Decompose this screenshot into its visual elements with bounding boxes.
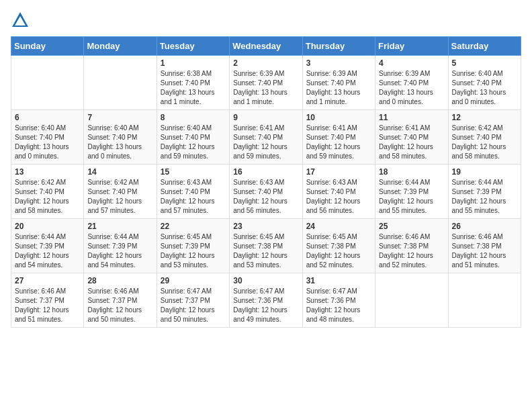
day-number: 8 [161,113,226,122]
day-info: Sunrise: 6:41 AM Sunset: 7:40 PM Dayligh… [233,124,298,161]
day-number: 21 [87,222,152,231]
calendar-cell: 30Sunrise: 6:47 AM Sunset: 7:36 PM Dayli… [230,273,302,328]
logo [11,11,32,30]
day-info: Sunrise: 6:46 AM Sunset: 7:38 PM Dayligh… [452,232,517,270]
calendar-cell: 15Sunrise: 6:43 AM Sunset: 7:40 PM Dayli… [157,165,229,219]
calendar-cell: 8Sunrise: 6:40 AM Sunset: 7:40 PM Daylig… [157,110,229,165]
day-number: 10 [306,113,371,122]
day-number: 26 [452,222,517,231]
day-info: Sunrise: 6:44 AM Sunset: 7:39 PM Dayligh… [87,232,152,270]
day-number: 2 [233,58,298,68]
weekday-header-thursday: Thursday [302,37,375,56]
logo-icon [11,11,30,30]
day-info: Sunrise: 6:44 AM Sunset: 7:39 PM Dayligh… [15,232,80,270]
calendar-cell: 26Sunrise: 6:46 AM Sunset: 7:38 PM Dayli… [448,219,521,273]
calendar-cell: 28Sunrise: 6:46 AM Sunset: 7:37 PM Dayli… [84,273,157,328]
calendar-cell: 14Sunrise: 6:42 AM Sunset: 7:40 PM Dayli… [84,165,157,219]
calendar-cell: 17Sunrise: 6:43 AM Sunset: 7:40 PM Dayli… [302,165,375,219]
day-number: 28 [87,276,152,285]
weekday-header-friday: Friday [375,37,448,56]
day-number: 5 [452,58,517,68]
day-info: Sunrise: 6:39 AM Sunset: 7:40 PM Dayligh… [379,69,444,107]
day-info: Sunrise: 6:40 AM Sunset: 7:40 PM Dayligh… [87,124,152,161]
calendar-cell: 22Sunrise: 6:45 AM Sunset: 7:39 PM Dayli… [157,219,229,273]
day-number: 24 [306,222,371,231]
day-info: Sunrise: 6:43 AM Sunset: 7:40 PM Dayligh… [161,178,226,216]
calendar-cell: 27Sunrise: 6:46 AM Sunset: 7:37 PM Dayli… [11,273,84,328]
day-number: 16 [233,167,298,177]
day-number: 14 [87,167,152,177]
day-info: Sunrise: 6:47 AM Sunset: 7:36 PM Dayligh… [306,287,371,324]
day-number: 7 [87,113,152,122]
calendar-cell: 2Sunrise: 6:39 AM Sunset: 7:40 PM Daylig… [230,56,302,110]
weekday-header-sunday: Sunday [11,37,84,56]
calendar-cell: 1Sunrise: 6:38 AM Sunset: 7:40 PM Daylig… [157,56,229,110]
day-number: 18 [379,167,444,177]
calendar-cell [375,273,448,328]
day-info: Sunrise: 6:40 AM Sunset: 7:40 PM Dayligh… [452,69,517,107]
day-info: Sunrise: 6:41 AM Sunset: 7:40 PM Dayligh… [379,124,444,161]
day-number: 19 [452,167,517,177]
day-info: Sunrise: 6:40 AM Sunset: 7:40 PM Dayligh… [15,124,80,161]
weekday-header-row: SundayMondayTuesdayWednesdayThursdayFrid… [11,37,521,56]
calendar-cell: 25Sunrise: 6:46 AM Sunset: 7:38 PM Dayli… [375,219,448,273]
calendar-cell: 9Sunrise: 6:41 AM Sunset: 7:40 PM Daylig… [230,110,302,165]
day-info: Sunrise: 6:44 AM Sunset: 7:39 PM Dayligh… [452,178,517,216]
day-info: Sunrise: 6:46 AM Sunset: 7:37 PM Dayligh… [87,287,152,324]
day-number: 31 [306,276,371,285]
weekday-header-monday: Monday [84,37,157,56]
day-info: Sunrise: 6:39 AM Sunset: 7:40 PM Dayligh… [306,69,371,107]
weekday-header-saturday: Saturday [448,37,521,56]
calendar-cell: 19Sunrise: 6:44 AM Sunset: 7:39 PM Dayli… [448,165,521,219]
calendar-cell: 20Sunrise: 6:44 AM Sunset: 7:39 PM Dayli… [11,219,84,273]
calendar-cell: 24Sunrise: 6:45 AM Sunset: 7:38 PM Dayli… [302,219,375,273]
day-number: 15 [161,167,226,177]
calendar-cell: 5Sunrise: 6:40 AM Sunset: 7:40 PM Daylig… [448,56,521,110]
calendar-week-row: 1Sunrise: 6:38 AM Sunset: 7:40 PM Daylig… [11,56,521,110]
day-info: Sunrise: 6:41 AM Sunset: 7:40 PM Dayligh… [306,124,371,161]
day-info: Sunrise: 6:46 AM Sunset: 7:38 PM Dayligh… [379,232,444,270]
calendar-cell: 29Sunrise: 6:47 AM Sunset: 7:37 PM Dayli… [157,273,229,328]
calendar-cell: 18Sunrise: 6:44 AM Sunset: 7:39 PM Dayli… [375,165,448,219]
day-info: Sunrise: 6:43 AM Sunset: 7:40 PM Dayligh… [233,178,298,216]
weekday-header-tuesday: Tuesday [157,37,229,56]
day-number: 1 [161,58,226,68]
day-info: Sunrise: 6:44 AM Sunset: 7:39 PM Dayligh… [379,178,444,216]
day-info: Sunrise: 6:42 AM Sunset: 7:40 PM Dayligh… [87,178,152,216]
day-number: 20 [15,222,80,231]
calendar-cell: 16Sunrise: 6:43 AM Sunset: 7:40 PM Dayli… [230,165,302,219]
calendar-cell [448,273,521,328]
calendar-week-row: 27Sunrise: 6:46 AM Sunset: 7:37 PM Dayli… [11,273,521,328]
day-info: Sunrise: 6:45 AM Sunset: 7:39 PM Dayligh… [161,232,226,270]
calendar-cell: 21Sunrise: 6:44 AM Sunset: 7:39 PM Dayli… [84,219,157,273]
calendar-cell: 13Sunrise: 6:42 AM Sunset: 7:40 PM Dayli… [11,165,84,219]
calendar-cell: 11Sunrise: 6:41 AM Sunset: 7:40 PM Dayli… [375,110,448,165]
weekday-header-wednesday: Wednesday [230,37,302,56]
day-number: 9 [233,113,298,122]
day-info: Sunrise: 6:42 AM Sunset: 7:40 PM Dayligh… [15,178,80,216]
calendar-cell: 23Sunrise: 6:45 AM Sunset: 7:38 PM Dayli… [230,219,302,273]
calendar-cell: 3Sunrise: 6:39 AM Sunset: 7:40 PM Daylig… [302,56,375,110]
day-info: Sunrise: 6:46 AM Sunset: 7:37 PM Dayligh… [15,287,80,324]
day-info: Sunrise: 6:38 AM Sunset: 7:40 PM Dayligh… [161,69,226,107]
calendar-cell: 7Sunrise: 6:40 AM Sunset: 7:40 PM Daylig… [84,110,157,165]
day-number: 4 [379,58,444,68]
day-number: 17 [306,167,371,177]
calendar-cell: 6Sunrise: 6:40 AM Sunset: 7:40 PM Daylig… [11,110,84,165]
calendar-cell [84,56,157,110]
day-info: Sunrise: 6:45 AM Sunset: 7:38 PM Dayligh… [306,232,371,270]
calendar-cell [11,56,84,110]
calendar-cell: 12Sunrise: 6:42 AM Sunset: 7:40 PM Dayli… [448,110,521,165]
calendar-week-row: 13Sunrise: 6:42 AM Sunset: 7:40 PM Dayli… [11,165,521,219]
day-number: 25 [379,222,444,231]
calendar-week-row: 20Sunrise: 6:44 AM Sunset: 7:39 PM Dayli… [11,219,521,273]
day-number: 13 [15,167,80,177]
calendar-cell: 10Sunrise: 6:41 AM Sunset: 7:40 PM Dayli… [302,110,375,165]
calendar-week-row: 6Sunrise: 6:40 AM Sunset: 7:40 PM Daylig… [11,110,521,165]
calendar-cell: 4Sunrise: 6:39 AM Sunset: 7:40 PM Daylig… [375,56,448,110]
calendar-cell: 31Sunrise: 6:47 AM Sunset: 7:36 PM Dayli… [302,273,375,328]
day-info: Sunrise: 6:40 AM Sunset: 7:40 PM Dayligh… [161,124,226,161]
day-info: Sunrise: 6:43 AM Sunset: 7:40 PM Dayligh… [306,178,371,216]
day-number: 29 [161,276,226,285]
day-number: 27 [15,276,80,285]
